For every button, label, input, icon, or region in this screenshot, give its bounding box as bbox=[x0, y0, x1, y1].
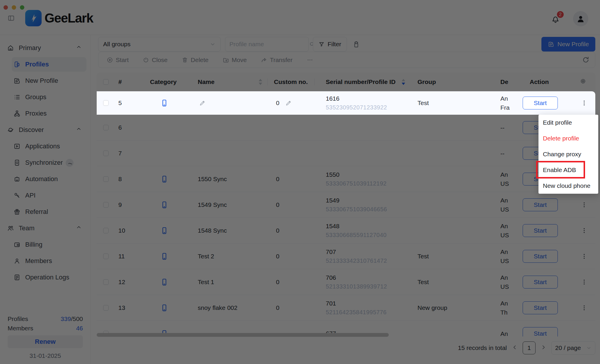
start-button[interactable]: Start bbox=[523, 97, 558, 109]
serial-number: 1616 bbox=[326, 94, 387, 103]
profile-id: 535230952071233922 bbox=[326, 103, 387, 112]
menu-item-edit-profile[interactable]: Edit profile bbox=[538, 115, 598, 131]
menu-item-new-cloud-phone[interactable]: New cloud phone bbox=[538, 178, 598, 194]
row-context-menu: Edit profile Delete profile Change proxy… bbox=[538, 115, 598, 194]
edit-custom-no-pencil-icon[interactable] bbox=[285, 100, 292, 106]
menu-item-change-proxy[interactable]: Change proxy bbox=[538, 146, 598, 162]
table-row-highlighted[interactable]: 5 0 1616 535230952071233922 Test An Fra … bbox=[97, 91, 595, 115]
row-checkbox[interactable] bbox=[103, 100, 109, 106]
device-line1: An bbox=[500, 94, 510, 103]
custom-no: 0 bbox=[276, 99, 279, 107]
edit-name-pencil-icon[interactable] bbox=[199, 100, 206, 106]
dim-overlay bbox=[0, 0, 600, 364]
enable-adb-highlight-box bbox=[536, 161, 585, 178]
device-cell: An Fra bbox=[500, 94, 510, 112]
row-number: 5 bbox=[118, 99, 122, 107]
group-name: Test bbox=[417, 99, 429, 107]
menu-item-delete-profile[interactable]: Delete profile bbox=[538, 131, 598, 146]
serial-cell: 1616 535230952071233922 bbox=[326, 94, 387, 112]
device-line2: Fra bbox=[500, 103, 510, 112]
app: { "header": { "brand": "GeeLark", "notif… bbox=[0, 0, 600, 364]
phone-category-icon bbox=[161, 99, 168, 107]
row-more-menu-icon[interactable] bbox=[581, 99, 588, 107]
